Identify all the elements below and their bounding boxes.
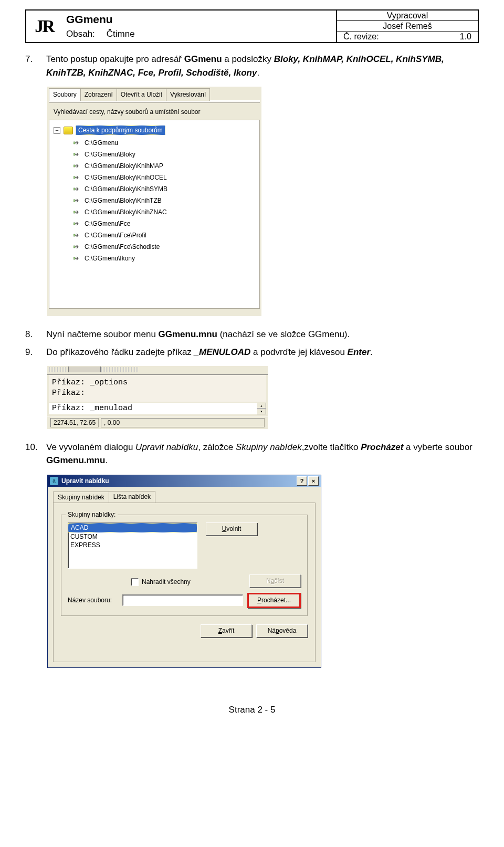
list-item[interactable]: CUSTOM — [68, 532, 197, 541]
path-arrow-icon — [74, 198, 81, 203]
tree-path-item[interactable]: C:\GGmenu\Bloky\KnihZNAC — [74, 208, 255, 216]
path-arrow-icon — [74, 233, 81, 238]
close-dialog-button[interactable]: Zavřít — [201, 624, 252, 637]
tree-path-item[interactable]: C:\GGmenu\Bloky\KnihOCEL — [74, 174, 255, 181]
tree-path-label: C:\GGmenu\Ikony — [85, 255, 135, 262]
path-arrow-icon — [74, 163, 81, 169]
tab-otevrit-ulozit[interactable]: Otevřít a Uložit — [117, 88, 166, 101]
step-10: 10. Ve vyvolaném dialogu Upravit nabídku… — [25, 441, 479, 467]
autocad-icon: a — [50, 477, 58, 485]
tree-path-item[interactable]: C:\GGmenu\Fce\Profil — [74, 232, 255, 239]
tree-path-label: C:\GGmenu\Bloky\KnihSYMB — [85, 185, 167, 193]
dialog-titlebar: a Upravit nabídku ? × — [48, 475, 321, 487]
svg-rect-6 — [74, 211, 75, 213]
path-arrow-icon — [74, 186, 81, 192]
tree-path-label: C:\GGmenu\Fce\Profil — [85, 232, 146, 239]
svg-rect-1 — [74, 153, 75, 155]
help-button[interactable]: ? — [297, 476, 307, 486]
command-input[interactable]: Příkaz: _menuload — [49, 403, 257, 414]
close-button[interactable]: × — [308, 476, 319, 486]
logo: JR — [26, 11, 62, 42]
tree-path-label: C:\GGmenu — [85, 139, 118, 147]
screenshot-dialog: a Upravit nabídku ? × Skupiny nabídek Li… — [47, 475, 479, 668]
svg-rect-3 — [74, 176, 75, 179]
list-item[interactable]: EXPRESS — [68, 541, 197, 549]
tree-path-label: C:\GGmenu\Bloky\KnihMAP — [85, 162, 163, 170]
tree-path-item[interactable]: C:\GGmenu\Fce\Schodiste — [74, 243, 255, 250]
tree-path-item[interactable]: C:\GGmenu\Bloky\KnihTZB — [74, 197, 255, 204]
scroll-down-icon[interactable]: ▾ — [257, 409, 266, 414]
step-9: 9. Do příkazového řádku zadejte příkaz _… — [25, 346, 479, 359]
tree-path-label: C:\GGmenu\Bloky\KnihOCEL — [85, 174, 167, 181]
help-dialog-button[interactable]: Nápověda — [256, 624, 308, 637]
tree-path-item[interactable]: C:\GGmenu\Bloky — [74, 151, 255, 158]
tree-path-item[interactable]: C:\GGmenu\Bloky\KnihSYMB — [74, 185, 255, 193]
path-arrow-icon — [74, 152, 81, 157]
load-button[interactable]: Načíst — [249, 574, 301, 588]
svg-rect-9 — [74, 246, 75, 248]
tab-zobrazeni[interactable]: Zobrazení — [80, 88, 117, 101]
step-7: 7. Tento postup opakujte pro adresář GGm… — [25, 53, 479, 79]
groupbox-legend: Skupiny nabídky: — [66, 511, 118, 518]
meta-block: Vypracoval Josef Remeš Č. revize: 1.0 — [336, 11, 478, 42]
options-description: Vyhledávací cesty, názvy souborů a umíst… — [49, 103, 260, 120]
tree-path-label: C:\GGmenu\Bloky\KnihZNAC — [85, 208, 167, 216]
path-arrow-icon — [74, 221, 81, 226]
replace-all-label: Nahradit všechny — [142, 578, 191, 585]
tree-path-label: C:\GGmenu\Bloky\KnihTZB — [85, 197, 162, 204]
svg-rect-7 — [74, 223, 75, 225]
folder-icon — [64, 127, 73, 134]
scroll-up-icon[interactable]: ▴ — [257, 403, 266, 409]
unload-button[interactable]: Uvolnit — [206, 522, 257, 536]
svg-rect-5 — [74, 200, 75, 202]
content-value: Čtimne — [107, 29, 135, 39]
svg-rect-0 — [74, 142, 75, 144]
command-input-row: Příkaz: _menuload ▴ ▾ — [47, 402, 268, 416]
screenshot-paths: Soubory Zobrazení Otevřít a Uložit Vykre… — [47, 87, 479, 316]
page-footer: Strana 2 - 5 — [25, 705, 479, 715]
revision-value: 1.0 — [460, 32, 471, 41]
svg-rect-10 — [74, 257, 75, 259]
collapse-icon[interactable]: − — [54, 127, 60, 134]
tree-path-item[interactable]: C:\GGmenu\Ikony — [74, 255, 255, 262]
screenshot-commandline: Příkaz: _options Příkaz: Příkaz: _menulo… — [47, 366, 479, 429]
paths-tree: − Cesta k podpůrným souborům C:\GGmenuC:… — [49, 120, 260, 309]
svg-rect-4 — [74, 188, 75, 190]
tree-path-label: C:\GGmenu\Fce\Schodiste — [85, 243, 160, 250]
doc-title: GGmenu — [66, 13, 336, 26]
command-history: Příkaz: _options Příkaz: — [47, 375, 268, 402]
tab-skupiny-nabidek[interactable]: Skupiny nabídek — [53, 492, 109, 503]
meta-author-name: Josef Remeš — [336, 21, 478, 32]
revision-label: Č. revize: — [343, 32, 379, 41]
tree-path-label: C:\GGmenu\Bloky — [85, 151, 135, 158]
meta-author-label: Vypracoval — [336, 11, 478, 21]
document-header: JR GGmenu Obsah: Čtimne Vypracoval Josef… — [25, 9, 479, 43]
options-tabs: Soubory Zobrazení Otevřít a Uložit Vykre… — [49, 88, 260, 101]
filename-label: Název souboru: — [68, 597, 118, 604]
list-item[interactable]: ACAD — [68, 523, 197, 532]
menu-groups-listbox[interactable]: ACAD CUSTOM EXPRESS — [68, 522, 197, 569]
svg-rect-8 — [74, 234, 75, 236]
path-arrow-icon — [74, 175, 81, 180]
status-bar: 2274.51, 72.65, 0.00 — [47, 416, 268, 429]
toolbar-fragment — [47, 366, 268, 375]
browse-button[interactable]: Procházet... — [247, 593, 301, 608]
tab-soubory[interactable]: Soubory — [49, 88, 81, 101]
filename-field[interactable] — [122, 594, 243, 606]
tree-path-item[interactable]: C:\GGmenu — [74, 139, 255, 147]
dialog-title: Upravit nabídku — [61, 477, 296, 485]
path-arrow-icon — [74, 210, 81, 215]
path-arrow-icon — [74, 256, 81, 261]
tree-path-item[interactable]: C:\GGmenu\Bloky\KnihMAP — [74, 162, 255, 170]
scrollbar[interactable]: ▴ ▾ — [257, 403, 266, 414]
title-block: GGmenu Obsah: Čtimne — [62, 11, 336, 42]
content-label: Obsah: — [66, 29, 104, 39]
step-8: 8. Nyní načteme soubor menu GGmenu.mnu (… — [25, 328, 479, 341]
tree-path-item[interactable]: C:\GGmenu\Fce — [74, 220, 255, 227]
replace-all-checkbox[interactable] — [131, 578, 139, 586]
path-arrow-icon — [74, 140, 81, 145]
tree-path-label: C:\GGmenu\Fce — [85, 220, 130, 227]
tree-root-label[interactable]: Cesta k podpůrným souborům — [76, 126, 165, 135]
tab-vykreslovani[interactable]: Vykreslování — [166, 88, 210, 101]
tab-lista-nabidek[interactable]: Lišta nabídek — [109, 491, 155, 503]
